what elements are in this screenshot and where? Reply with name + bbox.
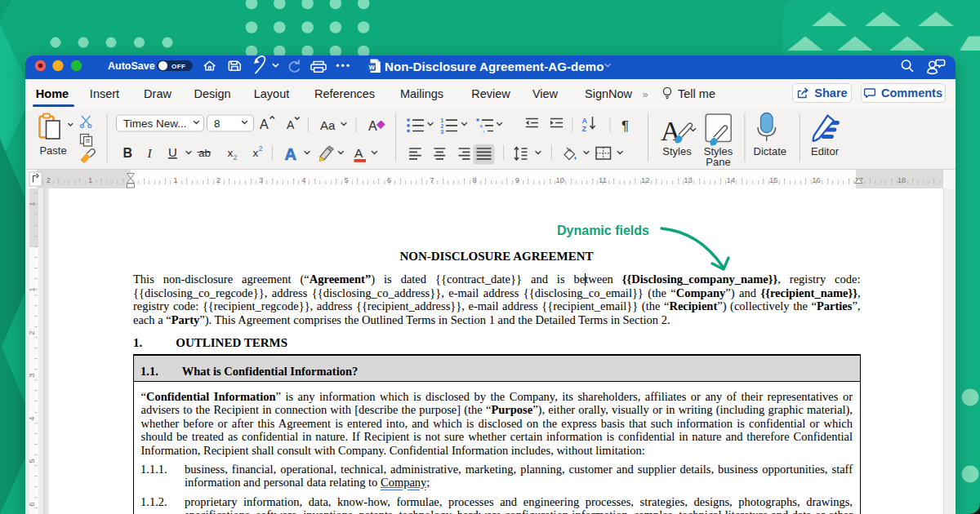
svg-text:Styles: Styles: [662, 145, 692, 157]
svg-text:2: 2: [441, 123, 444, 129]
svg-text:9: 9: [515, 175, 519, 184]
svg-text:8: 8: [472, 175, 476, 184]
svg-text:15: 15: [769, 175, 778, 184]
svg-text:1: 1: [173, 175, 177, 184]
svg-text:1: 1: [441, 117, 444, 123]
svg-text:B: B: [123, 146, 133, 160]
svg-text:16: 16: [812, 175, 821, 184]
svg-text:Times New...: Times New...: [123, 117, 187, 130]
svg-text:Pane: Pane: [706, 156, 730, 168]
svg-text:Aa: Aa: [320, 118, 336, 132]
svg-text:i: i: [483, 129, 484, 134]
svg-text:A: A: [354, 146, 363, 160]
svg-text:A: A: [582, 117, 588, 125]
svg-text:4: 4: [301, 175, 305, 184]
svg-text:A: A: [260, 117, 269, 131]
svg-text:Editor: Editor: [811, 145, 840, 157]
svg-text:5: 5: [27, 459, 36, 463]
svg-text:11: 11: [599, 175, 607, 184]
svg-text:A: A: [287, 118, 295, 131]
svg-text:A: A: [368, 119, 377, 133]
svg-text:5: 5: [345, 175, 349, 184]
svg-text:8: 8: [214, 117, 220, 130]
svg-text:6: 6: [27, 502, 36, 506]
svg-text:1: 1: [88, 175, 92, 184]
svg-text:4: 4: [27, 416, 36, 420]
svg-text:W: W: [369, 64, 376, 71]
svg-text:7: 7: [430, 175, 434, 184]
svg-text:14: 14: [727, 175, 736, 184]
svg-text:6: 6: [387, 175, 391, 184]
svg-text:2: 2: [234, 153, 238, 162]
svg-text:3: 3: [441, 129, 444, 135]
svg-text:12: 12: [641, 175, 650, 184]
svg-text:Paste: Paste: [39, 144, 66, 157]
svg-text:1: 1: [27, 287, 36, 291]
svg-text:U: U: [168, 145, 177, 159]
svg-text:1: 1: [27, 202, 36, 206]
svg-text:18: 18: [898, 175, 906, 184]
svg-text:Dictate: Dictate: [754, 145, 786, 157]
svg-text:2: 2: [216, 175, 220, 184]
svg-text:¶: ¶: [621, 118, 629, 134]
svg-text:2: 2: [27, 330, 36, 335]
svg-text:Z: Z: [582, 125, 587, 133]
svg-text:2: 2: [47, 175, 51, 184]
svg-text:13: 13: [684, 175, 693, 184]
svg-text:I: I: [147, 146, 153, 160]
svg-text:3: 3: [27, 373, 36, 377]
svg-text:x: x: [253, 147, 259, 159]
svg-text:x: x: [228, 147, 234, 159]
svg-text:10: 10: [555, 175, 564, 184]
svg-text:2: 2: [259, 144, 263, 153]
svg-text:A: A: [285, 145, 296, 163]
svg-text:3: 3: [259, 175, 263, 184]
svg-text:a: a: [480, 123, 483, 128]
